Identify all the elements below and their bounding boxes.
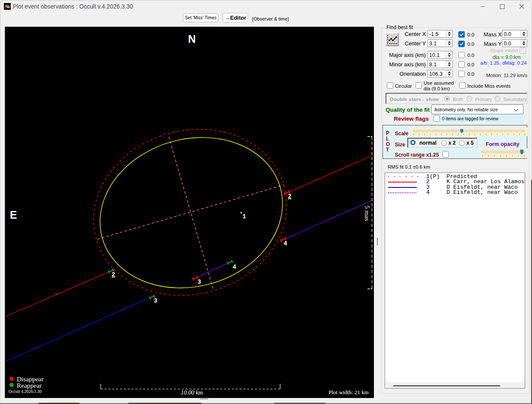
svg-text:5 mas: 5 mas <box>364 205 371 221</box>
svg-text:1: 1 <box>242 213 246 220</box>
svg-text:2: 2 <box>112 271 115 278</box>
svg-text:Reappear: Reappear <box>17 382 42 389</box>
svg-text:2: 2 <box>288 193 291 200</box>
svg-text:4: 4 <box>284 240 287 247</box>
svg-text:Occult 4.2026.3.30: Occult 4.2026.3.30 <box>9 389 42 394</box>
svg-text:E: E <box>10 209 17 221</box>
svg-text:10.00 km: 10.00 km <box>181 389 203 396</box>
svg-text:3: 3 <box>197 279 201 285</box>
svg-text:3: 3 <box>154 297 157 304</box>
svg-text:Plot width: 21 km: Plot width: 21 km <box>329 389 369 395</box>
svg-text:N: N <box>188 33 196 45</box>
svg-text:4: 4 <box>233 264 236 270</box>
